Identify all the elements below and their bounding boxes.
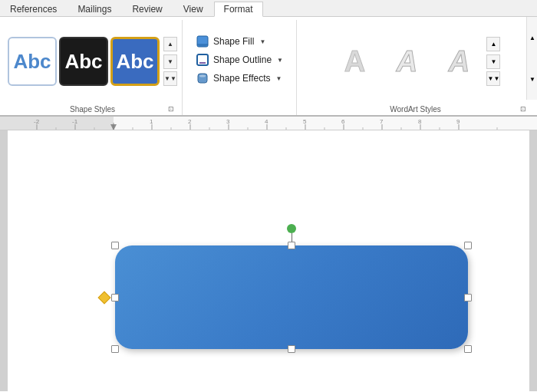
doc-area bbox=[0, 130, 537, 391]
ribbon-body: Abc Abc Abc ▲ ▼ ▼▼ Shape Styles ⊡ bbox=[0, 17, 537, 117]
ribbon-scroll-up[interactable]: ▲ bbox=[527, 17, 537, 58]
wordart-scroll: ▲ ▼ ▼▼ bbox=[486, 37, 500, 86]
tab-review[interactable]: Review bbox=[122, 1, 172, 16]
shape-fill-arrow: ▼ bbox=[259, 38, 265, 45]
shape-styles-content: Abc Abc Abc ▲ ▼ ▼▼ bbox=[8, 20, 177, 103]
shape-cmds-list: Shape Fill ▼ Shape Outline ▼ bbox=[187, 31, 292, 89]
shape-outline-button[interactable]: Shape Outline ▼ bbox=[193, 52, 285, 68]
wordart-sample-2[interactable]: A bbox=[382, 37, 431, 86]
handle-mid-right[interactable] bbox=[464, 294, 472, 301]
shape-fill-button[interactable]: Shape Fill ▼ bbox=[193, 34, 285, 49]
shape-styles-expand[interactable]: ⊡ bbox=[166, 104, 176, 114]
svg-text:9: 9 bbox=[456, 118, 460, 125]
svg-rect-5 bbox=[0, 117, 114, 130]
svg-text:8: 8 bbox=[418, 118, 422, 125]
shape-styles-grid: Abc Abc Abc bbox=[8, 37, 162, 86]
shape-styles-scroll: ▲ ▼ ▼▼ bbox=[163, 37, 177, 86]
shape-effects-arrow: ▼ bbox=[276, 75, 282, 82]
shape-styles-scroll-down[interactable]: ▼ bbox=[163, 54, 177, 69]
wordart-styles-group: A A A ▲ ▼ ▼▼ WordArt Styles ⊡ bbox=[297, 20, 534, 115]
svg-point-3 bbox=[199, 75, 206, 77]
ruler: -2 -1 1 2 3 bbox=[0, 117, 537, 130]
shape-style-1[interactable]: Abc bbox=[8, 37, 57, 86]
svg-text:2: 2 bbox=[188, 118, 192, 125]
shape-styles-group: Abc Abc Abc ▲ ▼ ▼▼ Shape Styles ⊡ bbox=[3, 20, 183, 115]
svg-text:3: 3 bbox=[226, 118, 230, 125]
shape-effects-label: Shape Effects bbox=[213, 73, 271, 84]
blue-shape[interactable] bbox=[115, 245, 468, 349]
rotate-handle[interactable] bbox=[287, 224, 296, 233]
wordart-sample-3[interactable]: A bbox=[434, 37, 483, 86]
svg-text:-1: -1 bbox=[72, 118, 78, 125]
shape-fill-icon bbox=[196, 35, 209, 48]
shape-commands-group: Shape Fill ▼ Shape Outline ▼ bbox=[183, 20, 297, 115]
handle-mid-left[interactable] bbox=[111, 294, 119, 301]
svg-text:4: 4 bbox=[265, 118, 268, 125]
wordart-sample-1[interactable]: A bbox=[330, 37, 379, 86]
shape-container[interactable] bbox=[115, 245, 468, 349]
handle-top-right[interactable] bbox=[464, 242, 472, 249]
tab-view[interactable]: View bbox=[173, 1, 213, 16]
svg-text:5: 5 bbox=[303, 118, 307, 125]
shape-effects-icon bbox=[196, 71, 209, 85]
shape-style-2[interactable]: Abc bbox=[59, 37, 108, 86]
tab-format[interactable]: Format bbox=[214, 2, 263, 17]
handle-top-left[interactable] bbox=[111, 242, 119, 249]
wordart-scroll-up[interactable]: ▲ bbox=[486, 37, 500, 51]
shape-outline-icon bbox=[196, 53, 209, 67]
wordart-styles-label: WordArt Styles bbox=[301, 103, 529, 115]
shape-styles-scroll-more[interactable]: ▼▼ bbox=[163, 71, 177, 86]
ribbon-right-scroll: ▲ ▼ bbox=[526, 17, 537, 100]
shape-outline-label: Shape Outline bbox=[213, 54, 272, 65]
shape-styles-label: Shape Styles bbox=[8, 103, 177, 115]
svg-text:7: 7 bbox=[380, 118, 384, 125]
rotate-line bbox=[292, 233, 292, 242]
wordart-content: A A A ▲ ▼ ▼▼ bbox=[330, 20, 500, 103]
ribbon-tabs: References Mailings Review View Format bbox=[0, 0, 537, 17]
svg-text:-2: -2 bbox=[34, 118, 40, 125]
svg-text:6: 6 bbox=[341, 118, 345, 125]
shape-effects-button[interactable]: Shape Effects ▼ bbox=[193, 71, 285, 86]
handle-bottom-left[interactable] bbox=[111, 345, 119, 353]
ruler-inner: -2 -1 1 2 3 bbox=[0, 117, 537, 130]
ribbon-scroll-down[interactable]: ▼ bbox=[527, 58, 537, 100]
shape-outline-arrow: ▼ bbox=[277, 57, 283, 64]
svg-text:1: 1 bbox=[150, 118, 153, 125]
wordart-styles-expand[interactable]: ⊡ bbox=[519, 104, 528, 114]
shape-style-3[interactable]: Abc bbox=[110, 37, 160, 86]
shape-styles-scroll-up[interactable]: ▲ bbox=[163, 37, 177, 51]
shape-commands-content: Shape Fill ▼ Shape Outline ▼ bbox=[187, 20, 292, 100]
tab-mailings[interactable]: Mailings bbox=[68, 1, 121, 16]
tab-references[interactable]: References bbox=[0, 1, 67, 16]
handle-top-mid[interactable] bbox=[288, 242, 295, 249]
wordart-scroll-down[interactable]: ▼ bbox=[486, 54, 500, 69]
handle-bottom-mid[interactable] bbox=[288, 345, 295, 353]
handle-bottom-right[interactable] bbox=[464, 345, 472, 353]
shape-fill-label: Shape Fill bbox=[213, 36, 254, 47]
wordart-scroll-more[interactable]: ▼▼ bbox=[486, 71, 500, 86]
